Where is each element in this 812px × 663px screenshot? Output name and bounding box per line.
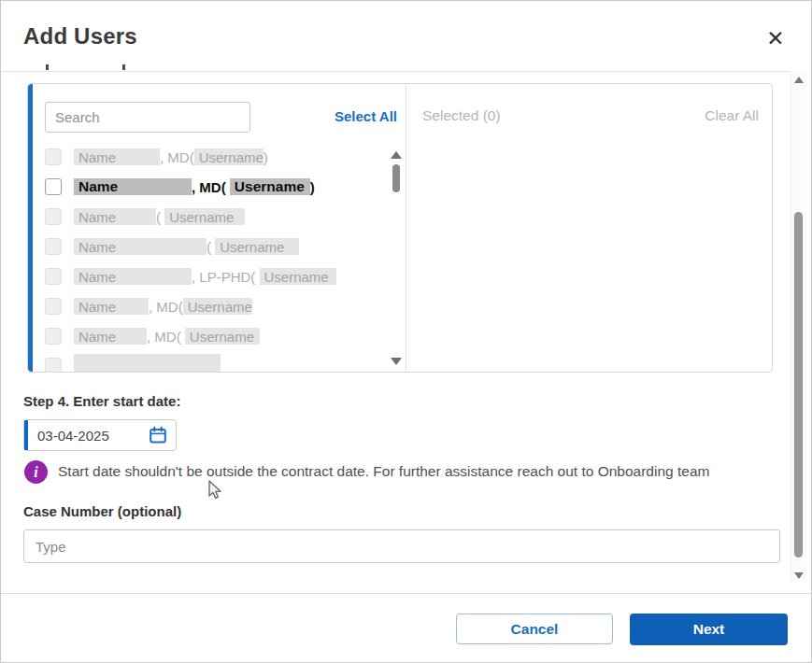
modal-scrollbar[interactable]: [791, 72, 806, 582]
credential-text: , MD(: [147, 329, 185, 345]
user-checkbox[interactable]: [45, 298, 62, 315]
list-scroll-down-icon[interactable]: [391, 358, 402, 365]
redacted-name: [74, 354, 221, 372]
user-checkbox[interactable]: [45, 358, 62, 372]
user-checkbox[interactable]: [45, 268, 62, 285]
user-list-item[interactable]: Name , LP-PHD( Username: [45, 261, 381, 291]
redacted-username: Username: [215, 238, 299, 255]
redacted-name: Name: [74, 208, 156, 225]
user-list: Name , MD( Username ) Name , MD( Usernam…: [45, 142, 381, 372]
modal-scrollbar-thumb[interactable]: [794, 212, 803, 557]
case-number-input[interactable]: [23, 529, 780, 563]
user-list-item[interactable]: Name , MD( Username ): [45, 142, 381, 172]
start-date-hint: i Start date shouldn't be outside the co…: [24, 460, 709, 484]
credential-text: , LP-PHD(: [192, 269, 260, 285]
list-scroll-up-icon[interactable]: [391, 151, 402, 159]
panel-accent-bar: [28, 84, 33, 372]
redacted-username: Username: [185, 328, 260, 345]
user-list-item[interactable]: Name ( Username: [45, 232, 381, 261]
step4-label: Step 4. Enter start date:: [23, 393, 180, 409]
next-button[interactable]: Next: [630, 614, 788, 645]
credential-text: , MD(: [149, 299, 183, 315]
user-checkbox[interactable]: [45, 178, 62, 195]
cancel-button[interactable]: Cancel: [456, 614, 613, 644]
redacted-name: Name: [74, 328, 147, 345]
panel-divider: [406, 84, 406, 372]
date-focus-bar: [24, 420, 28, 450]
user-list-item[interactable]: [45, 351, 381, 372]
start-date-field[interactable]: [23, 419, 177, 451]
credential-text: (: [207, 239, 215, 255]
search-input[interactable]: [45, 102, 250, 133]
clear-all-link[interactable]: Clear All: [705, 107, 759, 124]
user-picker-panel: Select All Name , MD( Username ) Name , …: [27, 83, 773, 373]
redacted-name: Name: [74, 268, 192, 285]
selected-count-label: Selected (0): [422, 107, 501, 124]
user-list-item[interactable]: Name , MD( Username: [45, 291, 381, 321]
redacted-name: Name: [74, 298, 149, 315]
footer-divider: [1, 593, 811, 594]
user-list-item[interactable]: Name ( Username: [45, 202, 381, 232]
redacted-username: Username: [183, 298, 252, 315]
list-scrollbar-thumb[interactable]: [392, 164, 400, 192]
redacted-username: Username: [164, 208, 245, 225]
credential-text: (: [156, 209, 164, 225]
user-checkbox[interactable]: [45, 328, 62, 345]
close-icon[interactable]: ✕: [762, 25, 789, 51]
credential-text: , MD(: [160, 149, 194, 165]
redacted-name: Name: [74, 148, 160, 165]
user-checkbox[interactable]: [45, 208, 62, 225]
body-top-divider: [1, 71, 791, 72]
clipped-text-remnant: [122, 64, 125, 70]
redacted-username: Username: [260, 268, 336, 285]
scroll-up-icon[interactable]: [794, 77, 804, 83]
redacted-name: Name: [74, 178, 192, 195]
clipped-text-remnant: [46, 64, 49, 70]
select-all-link[interactable]: Select All: [332, 108, 397, 124]
user-checkbox[interactable]: [45, 148, 62, 165]
user-checkbox[interactable]: [45, 238, 62, 255]
calendar-icon[interactable]: [149, 426, 167, 444]
paren-text: ): [264, 149, 268, 165]
user-list-item[interactable]: Name , MD( Username: [45, 321, 381, 351]
redacted-name: Name: [74, 238, 207, 255]
redacted-username: Username: [230, 178, 310, 195]
case-number-label: Case Number (optional): [23, 503, 181, 519]
modal-title: Add Users: [23, 23, 137, 49]
info-text: Start date shouldn't be outside the cont…: [58, 460, 709, 480]
credential-text: , MD(: [192, 179, 230, 195]
user-list-item[interactable]: Name , MD( Username ): [45, 172, 381, 202]
paren-text: ): [310, 179, 315, 195]
redacted-username: Username: [194, 148, 264, 165]
scroll-down-icon[interactable]: [794, 572, 804, 579]
add-users-modal: Add Users ✕ Select All Name , MD( Userna…: [0, 0, 812, 663]
start-date-input[interactable]: [32, 420, 140, 450]
info-icon: i: [24, 460, 48, 484]
